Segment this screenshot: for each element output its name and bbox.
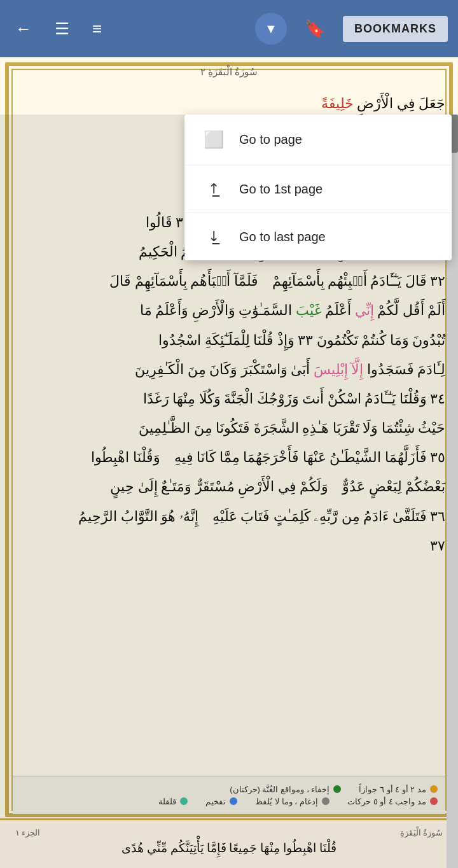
toolbar: ← ☰ ≡ ▼ 🔖 BOOKMARKS (0, 0, 458, 57)
go-to-page-item[interactable]: ⬜ Go to page (184, 115, 452, 165)
go-to-last-icon: ↓̲ (202, 228, 225, 245)
go-to-page-icon: ⬜ (202, 130, 225, 150)
go-to-last-label: Go to last page (239, 230, 326, 244)
hamburger-menu-button[interactable]: ☰ (50, 14, 74, 44)
back-button[interactable]: ← (10, 14, 37, 44)
main-content: سُورَةُ الْبَقَرَةِ ٢ جَعَلَ فِي الْأَرْ… (0, 57, 458, 868)
go-to-last-page-item[interactable]: ↓̲ Go to last page (184, 213, 452, 260)
dropdown-arrow-icon: ▼ (265, 22, 277, 36)
bookmark-icon-button[interactable]: 🔖 (300, 14, 330, 44)
dropdown-menu: ⬜ Go to page ↑̲ Go to 1st page ↓̲ Go to … (184, 115, 452, 260)
dropdown-button[interactable]: ▼ (255, 13, 287, 45)
bookmarks-button[interactable]: BOOKMARKS (343, 16, 448, 42)
go-to-first-page-item[interactable]: ↑̲ Go to 1st page (184, 165, 452, 213)
go-to-first-label: Go to 1st page (239, 182, 323, 197)
surah-header: سُورَةُ الْبَقَرَةِ ٢ (0, 66, 458, 78)
list-menu-button[interactable]: ≡ (87, 14, 107, 44)
go-to-first-icon: ↑̲ (202, 181, 225, 197)
go-to-page-label: Go to page (239, 132, 302, 147)
